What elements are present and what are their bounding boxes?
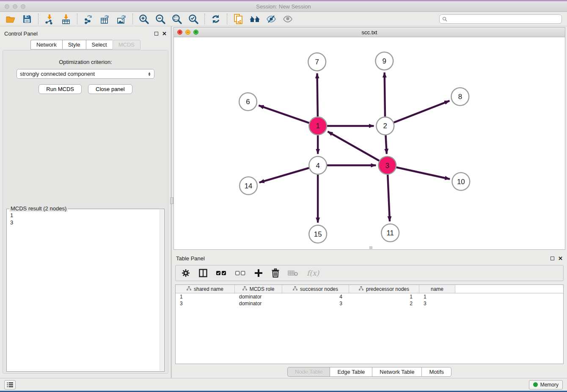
add-column-icon[interactable] [254,268,263,278]
node-table[interactable]: shared nameMCDS rolesuccessor nodesprede… [175,284,564,364]
graph-node-9[interactable]: 9 [375,52,393,70]
column-header-name[interactable]: name [419,285,455,293]
optimization-criterion-value: strongly connected component [20,71,95,77]
tab-mcds[interactable]: MCDS [113,40,140,50]
svg-text:2: 2 [383,122,387,130]
search-field[interactable] [449,16,559,22]
edge-1-6[interactable] [259,105,309,123]
graph-node-2[interactable]: 2 [376,117,394,135]
tab-motifs[interactable]: Motifs [421,367,451,377]
table-cell[interactable]: 3 [282,301,349,306]
deselect-all-icon[interactable] [235,270,246,276]
float-table-panel-icon[interactable] [550,257,554,260]
tab-select[interactable]: Select [86,40,113,50]
window-titlebar[interactable]: Session: New Session [0,1,567,12]
export-table-icon[interactable] [99,14,110,25]
export-image-icon[interactable] [116,14,127,25]
graph-node-10[interactable]: 10 [452,173,470,190]
show-all-houses-icon[interactable] [249,14,260,25]
refresh-icon[interactable] [210,14,221,25]
hide-selected-eye-icon[interactable] [266,14,277,25]
save-session-icon[interactable] [22,14,33,25]
table-row[interactable]: 3dominator323 [176,300,563,307]
optimization-criterion-select[interactable]: strongly connected component ▲▼ [17,69,154,79]
main-toolbar [0,12,567,26]
splitter-grip-icon[interactable] [170,197,173,204]
tab-style[interactable]: Style [62,40,86,50]
column-header-shared-name[interactable]: shared name [176,285,235,293]
toolbar-separator [204,14,205,25]
column-header-MCDS-role[interactable]: MCDS role [235,285,282,293]
column-header-predecessor-nodes[interactable]: predecessor nodes [349,285,419,293]
table-cell[interactable]: 2 [349,301,419,306]
graph-node-7[interactable]: 7 [308,53,326,71]
gear-icon[interactable] [181,268,190,278]
graph-node-1[interactable]: 1 [309,117,327,135]
mcds-result-list: 13 [7,209,164,229]
zoom-out-icon[interactable] [155,14,166,25]
graph-node-14[interactable]: 14 [239,177,257,195]
panel-splitter[interactable] [171,26,172,378]
edge-2-9[interactable] [385,72,385,116]
import-table-icon[interactable] [61,14,72,25]
network-resize-grip[interactable] [369,246,372,249]
toolbar-separator [132,14,133,25]
network-graph[interactable]: 7968124314101511 [174,37,565,249]
table-cell[interactable]: 1 [349,294,419,300]
column-header-successor-nodes[interactable]: successor nodes [282,285,349,293]
zoom-in-icon[interactable] [138,14,149,25]
select-all-icon[interactable] [216,270,227,276]
clone-network-icon[interactable] [233,14,244,25]
function-builder-icon: f(x) [307,269,319,277]
edge-2-8[interactable] [394,101,450,122]
table-header-row: shared nameMCDS rolesuccessor nodesprede… [176,285,563,293]
close-panel-button[interactable]: Close panel [88,84,132,94]
edge-2-3[interactable] [385,135,386,154]
close-table-panel-icon[interactable]: ✕ [558,257,563,260]
zoom-fit-icon[interactable] [171,14,182,25]
close-panel-icon[interactable]: ✕ [162,32,167,36]
result-scrollbar[interactable] [160,210,164,371]
table-cell[interactable]: 3 [419,301,455,306]
edge-4-14[interactable] [259,168,309,182]
search-input[interactable] [439,14,562,24]
tab-network-table[interactable]: Network Table [372,367,421,377]
table-panel: Table Panel ✕ f(x) s [173,253,565,378]
table-cell[interactable]: 1 [176,294,235,300]
zoom-selected-icon[interactable] [188,14,199,25]
graph-node-8[interactable]: 8 [451,88,469,105]
tab-edge-table[interactable]: Edge Table [330,367,372,377]
table-row[interactable]: 1dominator411 [176,293,563,300]
table-cell[interactable]: dominator [235,294,282,300]
tab-network[interactable]: Network [30,40,62,50]
network-canvas[interactable]: 7968124314101511 [174,37,565,249]
network-view-window: × − + scc.txt 79681243141015 [173,27,565,250]
float-panel-icon[interactable] [154,32,158,36]
table-cell[interactable]: 4 [282,294,349,300]
graph-node-4[interactable]: 4 [309,157,327,174]
table-cell[interactable]: dominator [235,301,282,306]
memory-button[interactable]: Memory [529,380,563,389]
open-session-icon[interactable] [5,14,16,25]
edge-3-11[interactable] [388,175,390,221]
table-cell[interactable]: 1 [419,294,455,300]
edge-1-7[interactable] [317,73,318,116]
tree-sort-icon [242,286,247,292]
network-window-titlebar[interactable]: × − + scc.txt [174,28,565,37]
edge-3-1[interactable] [328,132,380,161]
tab-node-table[interactable]: Node Table [287,367,330,377]
table-cell[interactable]: 3 [176,301,235,306]
svg-text:7: 7 [315,58,319,66]
run-mcds-button[interactable]: Run MCDS [39,84,82,94]
import-network-icon[interactable] [44,14,55,25]
graph-node-11[interactable]: 11 [381,224,399,242]
graph-node-6[interactable]: 6 [239,93,257,110]
graph-node-3[interactable]: 3 [378,157,396,174]
tree-sort-icon [293,286,297,292]
columns-view-icon[interactable] [198,268,208,278]
edge-3-10[interactable] [396,167,450,179]
task-history-button[interactable] [4,380,16,389]
delete-column-icon[interactable] [271,268,280,278]
graph-node-15[interactable]: 15 [309,225,327,243]
export-network-icon[interactable] [83,14,94,25]
